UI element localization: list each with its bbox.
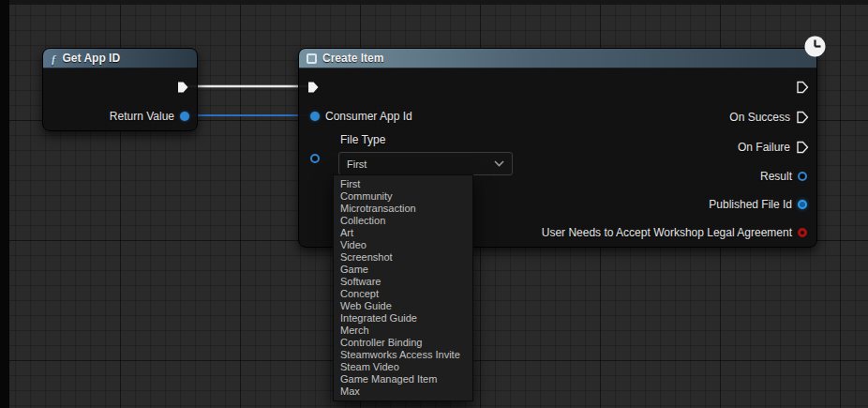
node-create-item-header[interactable]: Create Item [299,49,816,68]
node-title: Create Item [322,52,383,65]
return-value-row: Return Value [110,109,189,124]
panel-top-border [0,0,868,5]
exec-output-pin[interactable] [796,81,809,94]
dropdown-option[interactable]: Game [334,264,472,276]
on-success-pin[interactable] [796,111,809,124]
consumer-app-id-row: Consumer App Id [310,109,412,124]
exec-output-pin[interactable] [176,81,189,94]
dropdown-option[interactable]: First [334,178,472,190]
dropdown-option[interactable]: Game Managed Item [334,373,472,385]
file-type-combobox[interactable]: First [338,152,513,175]
latent-clock-icon [804,36,826,57]
file-type-selected-value: First [347,159,367,170]
chevron-down-icon [494,160,504,167]
legal-agreement-pin[interactable] [798,228,807,237]
on-failure-pin[interactable] [796,141,809,154]
on-success-row: On Success [729,110,809,125]
file-type-label-row: File Type [340,132,385,147]
result-label: Result [760,170,792,183]
on-failure-row: On Failure [738,140,809,155]
dropdown-option[interactable]: Art [334,227,472,239]
on-failure-label: On Failure [738,141,790,154]
dropdown-option[interactable]: Community [334,190,472,203]
dropdown-option[interactable]: Merch [334,325,472,337]
exec-output-row [796,80,809,95]
dropdown-option[interactable]: Screenshot [334,251,472,264]
exec-input-row [307,80,320,95]
published-file-id-pin[interactable] [798,200,807,209]
node-title: Get App ID [63,52,121,65]
dropdown-option[interactable]: Concept [334,288,472,300]
consumer-app-id-pin[interactable] [310,112,320,121]
result-pin[interactable] [798,172,807,181]
published-file-id-label: Published File Id [709,198,792,211]
return-value-pin[interactable] [180,112,189,121]
file-type-dropdown-menu: FirstCommunityMicrotransactionCollection… [333,174,473,401]
dropdown-option[interactable]: Microtransaction [334,203,472,215]
legal-agreement-label: User Needs to Accept Workshop Legal Agre… [542,226,792,239]
return-value-label: Return Value [110,110,174,123]
dropdown-option[interactable]: Integrated Guide [334,312,472,325]
function-f-icon: ƒ [51,53,57,65]
node-box-icon [307,53,317,64]
dropdown-option[interactable]: Video [334,239,472,251]
panel-left-border [0,0,9,408]
dropdown-option[interactable]: Controller Binding [334,337,472,349]
dropdown-option[interactable]: Max [334,385,472,398]
node-get-app-id[interactable]: ƒ Get App ID Return Value [42,48,198,131]
blueprint-graph-canvas[interactable]: ƒ Get App ID Return Value Create Item Co… [0,0,868,408]
on-success-label: On Success [729,111,790,124]
result-row: Result [760,169,807,184]
dropdown-option[interactable]: Steamworks Access Invite [334,349,472,361]
file-type-pin[interactable] [310,154,320,163]
exec-output-row [176,80,189,95]
dropdown-option[interactable]: Web Guide [334,300,472,312]
dropdown-option[interactable]: Steam Video [334,361,472,373]
consumer-app-id-label: Consumer App Id [325,110,412,123]
dropdown-option[interactable]: Software [334,276,472,288]
exec-input-pin[interactable] [307,81,320,94]
legal-agreement-row: User Needs to Accept Workshop Legal Agre… [542,225,807,240]
node-get-app-id-header[interactable]: ƒ Get App ID [43,49,197,68]
file-type-label: File Type [340,133,385,146]
published-file-id-row: Published File Id [709,197,807,212]
file-type-pin-row [310,151,320,166]
dropdown-option[interactable]: Collection [334,215,472,227]
